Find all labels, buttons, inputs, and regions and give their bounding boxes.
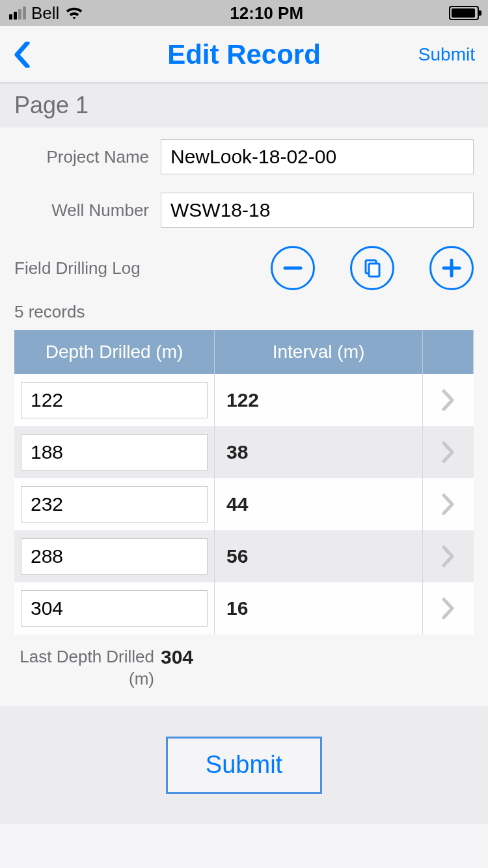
status-right bbox=[449, 6, 479, 20]
form-row-project-name: Project Name NewLook-18-02-00 bbox=[14, 139, 474, 174]
table-body: 122 122 188 38 232 44 bbox=[14, 374, 474, 634]
project-name-input[interactable]: NewLook-18-02-00 bbox=[161, 139, 474, 174]
table-row: 288 56 bbox=[14, 530, 474, 582]
table-header: Depth Drilled (m) Interval (m) bbox=[14, 330, 474, 374]
chevron-right-icon bbox=[442, 493, 455, 515]
copy-record-button[interactable] bbox=[350, 246, 394, 290]
table-cell-depth: 288 bbox=[14, 530, 215, 582]
section-page-label: Page 1 bbox=[14, 92, 88, 119]
carrier-label: Bell bbox=[31, 3, 59, 23]
plus-icon bbox=[440, 256, 463, 280]
depth-input[interactable]: 288 bbox=[21, 538, 208, 575]
last-depth-label: Last Depth Drilled (m) bbox=[14, 646, 161, 690]
table-cell-depth: 122 bbox=[14, 374, 215, 426]
chevron-right-icon bbox=[442, 545, 455, 567]
drill-toolbar: Field Drilling Log bbox=[14, 246, 474, 297]
table-cell-interval: 56 bbox=[215, 530, 423, 582]
drill-log-label: Field Drilling Log bbox=[14, 258, 236, 278]
table-row: 122 122 bbox=[14, 374, 474, 426]
table-row: 232 44 bbox=[14, 478, 474, 530]
table-row: 304 16 bbox=[14, 582, 474, 634]
depth-input[interactable]: 188 bbox=[21, 434, 208, 470]
table-cell-interval: 38 bbox=[215, 426, 423, 478]
nav-submit-link[interactable]: Submit bbox=[418, 44, 475, 65]
copy-icon bbox=[360, 256, 384, 280]
depth-input[interactable]: 232 bbox=[21, 486, 208, 522]
table-header-depth: Depth Drilled (m) bbox=[14, 330, 215, 374]
form-row-well-number: Well Number WSW18-18 bbox=[14, 193, 474, 228]
page-title: Edit Record bbox=[0, 39, 488, 70]
wifi-icon bbox=[64, 6, 84, 20]
table-cell-interval: 16 bbox=[215, 582, 423, 634]
back-chevron-icon bbox=[14, 42, 30, 68]
table-header-action bbox=[423, 330, 474, 374]
well-number-input[interactable]: WSW18-18 bbox=[161, 193, 474, 228]
row-detail-button[interactable] bbox=[423, 478, 474, 530]
section-header: Page 1 bbox=[0, 83, 488, 128]
remove-record-button[interactable] bbox=[271, 246, 315, 290]
battery-icon bbox=[449, 6, 479, 20]
depth-input[interactable]: 304 bbox=[21, 590, 208, 627]
add-record-button[interactable] bbox=[429, 246, 474, 290]
table-cell-depth: 188 bbox=[14, 426, 215, 478]
last-depth-value: 304 bbox=[161, 646, 193, 690]
status-time: 12:10 PM bbox=[230, 3, 303, 23]
form-area: Project Name NewLook-18-02-00 Well Numbe… bbox=[0, 128, 488, 707]
table-cell-interval: 44 bbox=[215, 478, 423, 530]
signal-icon bbox=[9, 7, 26, 20]
bottom-area: Submit bbox=[0, 707, 488, 824]
row-detail-button[interactable] bbox=[423, 426, 474, 478]
table-header-interval: Interval (m) bbox=[215, 330, 423, 374]
well-number-label: Well Number bbox=[14, 200, 161, 221]
back-button[interactable] bbox=[9, 35, 35, 74]
row-detail-button[interactable] bbox=[423, 582, 474, 634]
project-name-label: Project Name bbox=[14, 147, 161, 167]
chevron-right-icon bbox=[442, 441, 455, 463]
svg-rect-2 bbox=[369, 264, 379, 277]
status-bar: Bell 12:10 PM bbox=[0, 0, 488, 26]
submit-button[interactable]: Submit bbox=[166, 737, 322, 794]
chevron-right-icon bbox=[442, 389, 455, 411]
drill-table: Depth Drilled (m) Interval (m) 122 122 1… bbox=[14, 330, 474, 634]
table-row: 188 38 bbox=[14, 426, 474, 478]
row-detail-button[interactable] bbox=[423, 530, 474, 582]
row-detail-button[interactable] bbox=[423, 374, 474, 426]
minus-icon bbox=[281, 256, 305, 280]
table-cell-interval: 122 bbox=[215, 374, 423, 426]
chevron-right-icon bbox=[442, 597, 455, 619]
last-depth-row: Last Depth Drilled (m) 304 bbox=[14, 634, 474, 706]
nav-header: Edit Record Submit bbox=[0, 26, 488, 83]
depth-input[interactable]: 122 bbox=[21, 382, 208, 418]
status-left: Bell bbox=[9, 3, 84, 23]
table-cell-depth: 232 bbox=[14, 478, 215, 530]
record-count-label: 5 records bbox=[14, 297, 474, 330]
table-cell-depth: 304 bbox=[14, 582, 215, 634]
